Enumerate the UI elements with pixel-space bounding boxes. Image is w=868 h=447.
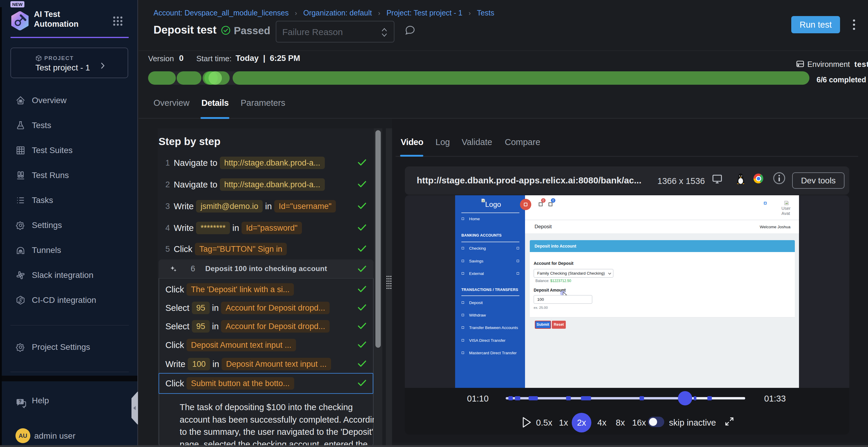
svg-text:?: ?: [19, 399, 22, 404]
